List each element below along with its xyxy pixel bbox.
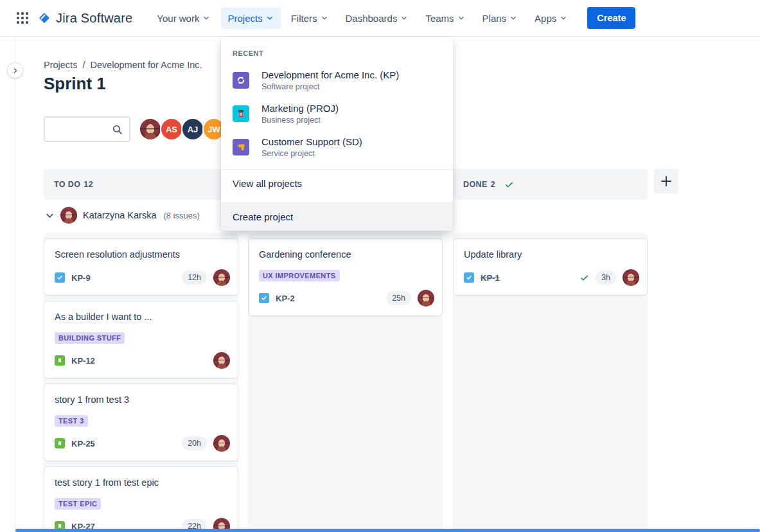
project-type: Business project — [261, 116, 339, 125]
menu-item-view-all-projects[interactable]: View all projects — [221, 170, 453, 197]
card-kp-1[interactable]: Update library KP-1 3h — [453, 238, 648, 296]
card-title: test story 1 from test epic — [55, 477, 230, 489]
epic-label: BUILDING STUFF — [55, 332, 125, 344]
swimlane-avatar — [60, 207, 77, 224]
column-header-done[interactable]: DONE 2 — [453, 169, 648, 200]
assignee-avatar[interactable] — [213, 435, 230, 452]
assignee-avatar[interactable] — [213, 269, 230, 286]
jira-diamond-icon — [37, 11, 51, 25]
story-type-icon — [55, 438, 65, 448]
chevron-down-icon — [509, 13, 518, 22]
swimlane-name: Katarzyna Karska — [83, 210, 156, 220]
column-count: 2 — [491, 180, 495, 189]
page-title: Sprint 1 — [44, 74, 106, 94]
chevron-down-icon — [559, 13, 568, 22]
issue-key[interactable]: KP-12 — [71, 356, 95, 366]
board-search[interactable] — [44, 116, 130, 142]
top-navbar: Jira Software Your work Projects Filters… — [0, 0, 760, 37]
card-kp-25[interactable]: story 1 from test 3 TEST 3 KP-25 20h — [44, 384, 238, 461]
estimate-badge: 20h — [182, 436, 207, 450]
app-title: Jira Software — [56, 11, 132, 26]
column-done-check-icon — [504, 180, 514, 190]
chevron-right-icon — [12, 67, 19, 75]
column-in-progress: Gardening conference UX IMPROVEMENTS KP-… — [248, 233, 443, 532]
chevron-down-icon — [202, 13, 211, 22]
swimlane-header[interactable]: Katarzyna Karska (8 issues) — [45, 207, 200, 224]
chevron-down-icon — [45, 211, 55, 220]
card-kp-12[interactable]: As a builder I want to ... BUILDING STUF… — [44, 301, 238, 378]
issue-key[interactable]: KP-9 — [71, 273, 91, 283]
sidebar-divider — [15, 37, 15, 532]
estimate-badge: 3h — [596, 270, 616, 285]
project-type: Service project — [261, 149, 362, 158]
search-input[interactable] — [50, 124, 112, 134]
issue-key[interactable]: KP-1 — [481, 273, 500, 283]
avatar-aj[interactable]: AJ — [181, 118, 204, 141]
nav-your-work[interactable]: Your work — [150, 8, 217, 29]
swimlane-issue-count: (8 issues) — [163, 211, 199, 220]
nav-teams[interactable]: Teams — [419, 8, 472, 29]
chevron-down-icon — [457, 13, 466, 22]
software-project-icon — [233, 72, 249, 89]
nav-plans[interactable]: Plans — [476, 8, 525, 29]
project-type: Software project — [261, 82, 399, 91]
add-column-button[interactable] — [654, 169, 678, 193]
project-name: Development for Acme Inc. (KP) — [261, 69, 399, 80]
chevron-down-icon — [320, 13, 329, 22]
card-title: story 1 from test 3 — [55, 394, 230, 406]
card-kp-2[interactable]: Gardening conference UX IMPROVEMENTS KP-… — [248, 238, 443, 316]
avatar-as[interactable]: AS — [160, 118, 183, 141]
plus-icon — [660, 175, 673, 188]
app-switcher-icon[interactable] — [17, 12, 28, 24]
business-project-icon — [233, 105, 249, 122]
task-type-icon — [55, 272, 65, 283]
column-count: 12 — [84, 180, 93, 189]
menu-item-development-for-acme[interactable]: Development for Acme Inc. (KP) Software … — [221, 64, 453, 97]
search-icon — [112, 124, 123, 135]
resolved-check-icon — [579, 273, 589, 283]
task-type-icon — [259, 293, 269, 303]
column-done: Update library KP-1 3h — [453, 233, 648, 532]
menu-item-create-project[interactable]: Create project — [221, 203, 453, 231]
breadcrumb: Projects / Development for Acme Inc. — [44, 60, 202, 70]
assignee-avatar[interactable] — [418, 290, 434, 306]
card-title: Gardening conference — [259, 249, 434, 261]
breadcrumb-project-name[interactable]: Development for Acme Inc. — [90, 60, 202, 70]
card-kp-27[interactable]: test story 1 from test epic TEST EPIC KP… — [44, 466, 238, 532]
epic-label: UX IMPROVEMENTS — [259, 270, 340, 281]
breadcrumb-projects[interactable]: Projects — [44, 60, 77, 70]
expand-sidebar-button[interactable] — [7, 62, 23, 78]
menu-item-marketing[interactable]: Marketing (PROJ) Business project — [221, 97, 453, 130]
nav-projects[interactable]: Projects — [221, 8, 280, 29]
projects-dropdown-menu: RECENT Development for Acme Inc. (KP) So… — [221, 37, 453, 231]
assignee-avatar[interactable] — [213, 352, 230, 369]
chevron-down-icon — [265, 13, 274, 22]
card-kp-9[interactable]: Screen resolution adjustments KP-9 12h — [44, 238, 238, 296]
avatar-photo[interactable] — [139, 118, 162, 141]
chevron-down-icon — [400, 13, 409, 22]
nav-apps[interactable]: Apps — [528, 8, 574, 29]
project-name: Customer Support (SD) — [261, 136, 362, 147]
issue-key[interactable]: KP-25 — [71, 439, 95, 448]
estimate-badge: 12h — [182, 270, 207, 285]
card-title: Screen resolution adjustments — [55, 249, 230, 261]
assignee-avatars: AS AJ JW — [141, 118, 225, 141]
breadcrumb-separator: / — [82, 60, 85, 70]
service-project-icon — [233, 139, 249, 155]
recent-section-title: RECENT — [221, 46, 453, 64]
issue-key[interactable]: KP-2 — [276, 294, 295, 303]
assignee-avatar[interactable] — [623, 269, 639, 286]
nav-filters[interactable]: Filters — [285, 8, 335, 29]
create-button[interactable]: Create — [587, 7, 635, 29]
task-type-icon — [464, 272, 474, 283]
jira-logo[interactable]: Jira Software — [37, 11, 132, 26]
column-header-todo[interactable]: TO DO 12 — [44, 169, 238, 200]
story-type-icon — [55, 355, 65, 366]
menu-item-customer-support[interactable]: Customer Support (SD) Service project — [221, 130, 453, 164]
horizontal-scrollbar[interactable] — [15, 529, 760, 532]
card-title: As a builder I want to ... — [55, 311, 230, 323]
nav-dashboards[interactable]: Dashboards — [339, 8, 416, 29]
main-nav: Your work Projects Filters Dashboards Te… — [150, 8, 574, 29]
project-name: Marketing (PROJ) — [261, 103, 339, 114]
card-title: Update library — [464, 249, 639, 261]
